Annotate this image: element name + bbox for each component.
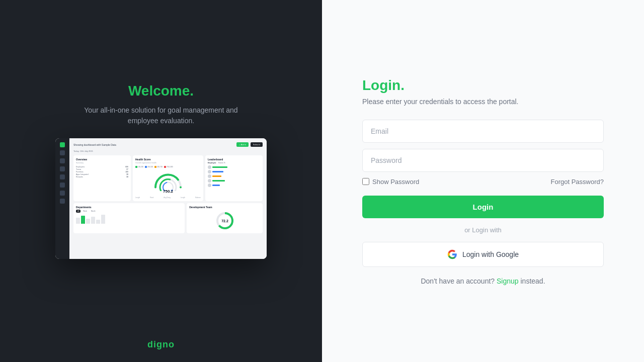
mock-health-title: Health Score <box>135 158 201 161</box>
google-button-label: Login with Google <box>462 250 519 258</box>
left-content: Welcome. Your all-in-one solution for go… <box>55 83 267 259</box>
mock-depts-title: Departments <box>76 206 182 209</box>
brand-logo: digno <box>147 339 175 350</box>
password-field-wrapper <box>362 149 604 172</box>
signup-link[interactable]: Signup <box>497 277 519 285</box>
mock-health-sub: Overall organization health <box>135 162 201 164</box>
mock-sidebar-icon-1 <box>60 150 65 155</box>
login-container: Login. Please enter your credentials to … <box>362 77 604 285</box>
email-field-wrapper <box>362 120 604 143</box>
mock-sidebar-icon-5 <box>60 183 65 188</box>
mock-departments-card: Departments All Week Month <box>73 203 185 233</box>
left-panel: Welcome. Your all-in-one solution for go… <box>0 0 322 362</box>
welcome-subtitle: Your all-in-one solution for goal manage… <box>80 105 242 126</box>
right-panel: Login. Please enter your credentials to … <box>322 0 644 362</box>
dashboard-mockup: Showing dashboard with Sample Data + Add… <box>55 138 267 259</box>
svg-text:72.2: 72.2 <box>221 219 228 223</box>
mock-sidebar-icon-7 <box>60 199 65 204</box>
mock-select-btn: Select it <box>251 142 263 147</box>
email-input[interactable] <box>362 120 604 143</box>
mock-overview-title: Overview <box>76 158 128 161</box>
login-button[interactable]: Login <box>362 196 604 218</box>
password-input[interactable] <box>362 149 604 172</box>
mock-top-bar: Showing dashboard with Sample Data + Add… <box>73 142 263 147</box>
mock-devteam-title: Development Team <box>189 206 260 209</box>
show-password-checkbox[interactable] <box>362 178 369 185</box>
mock-main-content: Showing dashboard with Sample Data + Add… <box>69 138 267 259</box>
mock-health-card: Health Score Overall organization health… <box>133 155 203 201</box>
mock-sidebar-icon-3 <box>60 166 65 171</box>
mock-overview-card: Overview Summary Employees606 Teams37 Po… <box>73 155 131 201</box>
mock-sidebar <box>55 138 69 259</box>
login-subtitle: Please enter your credentials to access … <box>362 98 604 106</box>
mock-sidebar-icon-2 <box>60 158 65 163</box>
welcome-title: Welcome. <box>128 83 194 99</box>
forgot-password-link[interactable]: Forgot Password? <box>551 178 604 186</box>
mock-add-btn: + Add it <box>236 142 248 147</box>
signup-text: Don't have an account? Signup instead. <box>362 277 604 285</box>
mock-sidebar-icon-6 <box>60 191 65 196</box>
mock-bottom-cards: Departments All Week Month <box>73 203 263 233</box>
google-login-button[interactable]: Login with Google <box>362 242 604 267</box>
google-icon <box>447 249 457 259</box>
show-password-label[interactable]: Show Password <box>362 178 419 186</box>
mock-sidebar-icon-active <box>60 142 65 147</box>
form-options: Show Password Forgot Password? <box>362 178 604 186</box>
gauge-score: 750.2 <box>163 189 173 194</box>
mock-sidebar-icon-4 <box>60 174 65 179</box>
mock-date: Today: 11th July 2021 <box>73 150 263 152</box>
mock-leaderboard-title: Leaderboard <box>208 158 260 161</box>
mock-cards: Overview Summary Employees606 Teams37 Po… <box>73 155 263 201</box>
mock-devteam-card: Development Team 72.2 <box>187 203 263 233</box>
mock-leaderboard-card: Leaderboard Employee Teams % <box>205 155 263 201</box>
mock-overview-sub: Summary <box>76 162 128 164</box>
login-title: Login. <box>362 77 604 94</box>
mock-top-bar-text: Showing dashboard with Sample Data <box>73 143 234 146</box>
or-divider: or Login with <box>362 226 604 234</box>
health-gauge: 750.2 <box>135 169 201 196</box>
